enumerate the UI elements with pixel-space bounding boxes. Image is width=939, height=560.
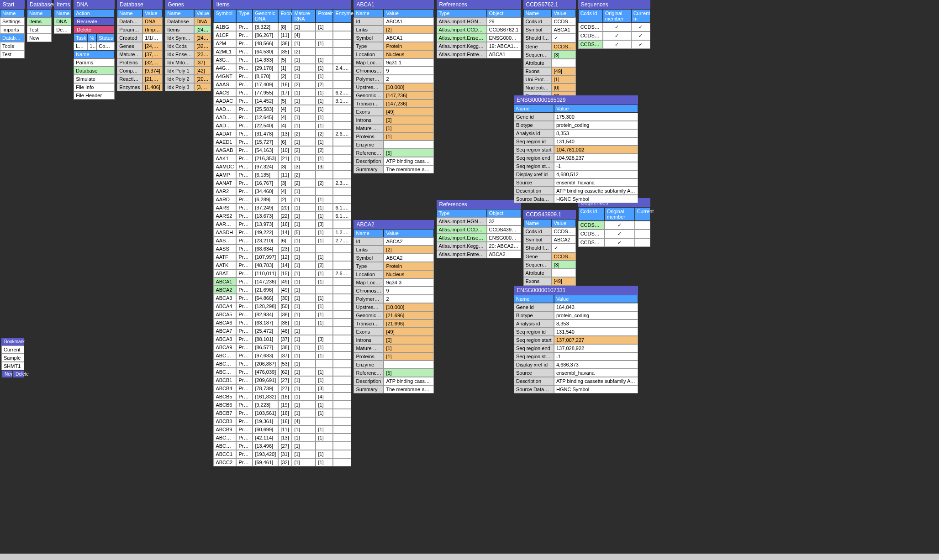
items-cell[interactable]: [6,135] (253, 171, 278, 179)
kv-value[interactable]: 8,353 (554, 129, 638, 137)
items-cell[interactable]: ABCB9 (213, 425, 236, 434)
kv-value[interactable]: [32,343] (142, 58, 163, 67)
items-cell[interactable]: [19,361] (253, 417, 278, 425)
items-cell[interactable]: [1] (292, 335, 316, 343)
kv-value[interactable] (384, 141, 434, 149)
kv-value[interactable]: [24,231] (194, 26, 211, 34)
items-cell[interactable]: ABCA13 (213, 368, 236, 376)
items-cell[interactable]: [1] (292, 97, 316, 105)
items-cell[interactable]: [2] (316, 146, 333, 154)
items-cell[interactable]: AARSD1 (213, 220, 236, 228)
items-cell[interactable]: ABCA7 (213, 327, 236, 335)
recreate-button[interactable]: Recreate (74, 17, 115, 26)
items-cell[interactable] (333, 360, 351, 368)
items-cell[interactable]: [1] (292, 261, 316, 269)
seq-id[interactable]: CCDS6762.1 (578, 23, 603, 31)
items-hdr-4[interactable]: Mature RNA (292, 9, 316, 23)
kv-value[interactable]: [147,236] (384, 91, 434, 99)
items-cell[interactable]: Protein (236, 97, 253, 105)
list-item[interactable]: Database (74, 67, 115, 75)
items-cell[interactable]: [1] (292, 220, 316, 228)
items-cell[interactable]: [1] (316, 105, 333, 113)
kv-value[interactable]: [10,000] (384, 83, 434, 91)
items-cell[interactable]: [82,934] (253, 310, 278, 319)
ref-obj[interactable]: CCDS6762.1 (487, 26, 521, 34)
items-cell[interactable]: [1] (292, 425, 316, 434)
items-cell[interactable] (333, 171, 351, 179)
items-cell[interactable] (333, 23, 351, 31)
items-cell[interactable]: [1] (316, 195, 333, 204)
items-cell[interactable] (333, 47, 351, 56)
seq-cur[interactable] (635, 238, 650, 247)
items-cell[interactable]: [1] (316, 310, 333, 319)
items-cell[interactable]: [1] (316, 319, 333, 327)
items-cell[interactable]: [1] (316, 97, 333, 105)
items-cell[interactable]: [1] (292, 105, 316, 113)
items-cell[interactable]: [1] (292, 450, 316, 458)
items-cell[interactable]: [3] (316, 384, 333, 393)
items-cell[interactable]: [2] (316, 130, 333, 138)
items-cell[interactable]: A1CF (213, 31, 236, 39)
items-cell[interactable]: [1] (292, 294, 316, 302)
kv-value[interactable]: protein_coding (554, 121, 638, 129)
items-cell[interactable]: [1] (316, 409, 333, 417)
items-cell[interactable]: [97,633] (253, 351, 278, 360)
items-hdr-0[interactable]: Symbol (213, 9, 236, 23)
items-cell[interactable]: AAMP (213, 171, 236, 179)
items-cell[interactable]: [1] (292, 409, 316, 417)
items-cell[interactable]: Protein (236, 253, 253, 261)
items-cell[interactable]: [13] (278, 434, 292, 442)
items-cell[interactable]: 2.6.1.19 (333, 269, 351, 277)
kv-value[interactable]: ATP binding cassette subfam (384, 377, 434, 385)
kv-value[interactable]: [49] (552, 67, 576, 75)
items-cell[interactable]: Protein (236, 351, 253, 360)
items-cell[interactable]: [1] (316, 343, 333, 351)
kv-value[interactable]: 104,928,237 (554, 154, 638, 162)
items-cell[interactable] (333, 368, 351, 376)
items-cell[interactable]: [1] (292, 204, 316, 212)
seq-cur[interactable] (635, 221, 650, 230)
items-cell[interactable]: [3] (316, 220, 333, 228)
items-cell[interactable]: [1] (316, 39, 333, 47)
items-cell[interactable] (316, 31, 333, 39)
items-cell[interactable] (333, 286, 351, 294)
items-cell[interactable]: ABCA8 (213, 335, 236, 343)
items-cell[interactable]: AAGAB (213, 146, 236, 154)
items-cell[interactable]: [88,101] (253, 335, 278, 343)
items-cell[interactable]: [1] (292, 393, 316, 401)
items-cell[interactable]: [1] (292, 434, 316, 442)
items-cell[interactable]: [1] (316, 253, 333, 261)
items-cell[interactable]: ABCA10 (213, 351, 236, 360)
items-cell[interactable]: A4GALT (213, 64, 236, 72)
items-cell[interactable]: [2] (292, 47, 316, 56)
items-cell[interactable]: Protein (236, 228, 253, 236)
items-cell[interactable]: [1] (292, 64, 316, 72)
kv-value[interactable]: 164,843 (554, 303, 638, 311)
bm-item[interactable]: SHMT1 (1, 362, 24, 370)
items-cell[interactable]: Protein (236, 368, 253, 376)
kv-value[interactable] (384, 361, 434, 369)
items-cell[interactable]: ABCA6 (213, 319, 236, 327)
list-item[interactable]: File Info (74, 83, 115, 91)
items-cell[interactable] (333, 327, 351, 335)
items-cell[interactable]: [31,478] (253, 130, 278, 138)
items-cell[interactable]: Protein (236, 80, 253, 89)
items-cell[interactable]: [11] (278, 171, 292, 179)
kv-value[interactable]: Nucleus (384, 50, 434, 58)
items-cell[interactable]: [37] (278, 335, 292, 343)
items-cell[interactable] (333, 425, 351, 434)
items-hdr-5[interactable]: Proteins (316, 9, 333, 23)
items-cell[interactable]: AATF (213, 253, 236, 261)
items-cell[interactable] (333, 195, 351, 204)
bm-new[interactable]: New (1, 370, 12, 378)
items-cell[interactable]: [1] (316, 434, 333, 442)
items-cell[interactable]: [4] (316, 393, 333, 401)
bm-item[interactable]: Current (1, 345, 24, 354)
items-cell[interactable]: 6.1.1.7 (333, 212, 351, 220)
items-hdr-6[interactable]: Enzyme (333, 9, 351, 23)
kv-value[interactable]: [42] (194, 67, 211, 75)
items-cell[interactable]: Protein (236, 130, 253, 138)
items-cell[interactable]: [23,210] (253, 236, 278, 245)
items-cell[interactable]: Protein (236, 335, 253, 343)
items-cell[interactable]: AAED1 (213, 138, 236, 146)
